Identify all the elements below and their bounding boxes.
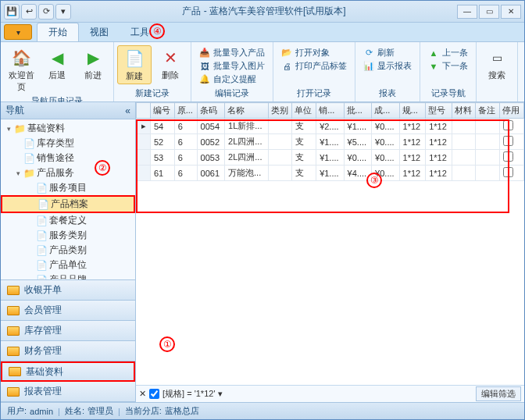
edit-filter-button[interactable]: 编辑筛选 — [476, 386, 521, 401]
folder-icon — [7, 387, 20, 397]
acc-member[interactable]: 会员管理 — [1, 301, 135, 321]
filter-text: [规格] = '1*12' — [162, 388, 215, 400]
filter-dropdown-icon[interactable]: ▾ — [218, 389, 223, 399]
column-header[interactable]: 批... — [344, 103, 371, 119]
alert-icon: 🔔 — [199, 74, 210, 85]
maximize-button[interactable]: ▭ — [479, 5, 499, 19]
tree-product-unit[interactable]: 📄产品单位 — [1, 258, 135, 272]
stop-checkbox[interactable] — [503, 136, 513, 146]
filter-bar: ✕ [规格] = '1*12' ▾ 编辑筛选 — [136, 385, 524, 402]
column-header[interactable]: 材料 — [452, 103, 476, 119]
folder-icon — [7, 326, 20, 336]
column-header[interactable]: 原... — [174, 103, 197, 119]
minimize-button[interactable]: — — [457, 5, 477, 19]
folder-icon — [7, 347, 20, 356]
back-icon: ◀ — [46, 47, 68, 69]
sidebar-accordion: 收银开单 会员管理 库存管理 财务管理 基础资料 报表管理 — [1, 279, 135, 402]
sidebar: 导航« ▾📁基础资料 📄库存类型 📄销售途径 ▾📁产品服务 ② 📄服务项目 📄产… — [1, 102, 136, 402]
column-header[interactable]: 单位 — [292, 103, 316, 119]
report-icon: 📊 — [363, 61, 374, 72]
acc-report[interactable]: 报表管理 — [1, 382, 135, 402]
print-product[interactable]: 🖨打印产品标签 — [281, 60, 347, 72]
qat-save-icon[interactable]: 💾 — [4, 4, 20, 20]
close-button[interactable]: ✕ — [501, 5, 521, 19]
delete-button[interactable]: ✕删除 — [153, 45, 188, 83]
filter-close-icon[interactable]: ✕ — [139, 389, 146, 399]
batch-import-image[interactable]: 🖼批量导入图片 — [199, 60, 265, 72]
column-header[interactable]: 名称 — [225, 103, 269, 119]
open-object[interactable]: 📂打开对象 — [281, 47, 347, 59]
filter-checkbox[interactable] — [149, 389, 159, 399]
acc-inventory[interactable]: 库存管理 — [1, 321, 135, 341]
qat-refresh-icon[interactable]: ⟳ — [38, 4, 54, 20]
acc-finance[interactable]: 财务管理 — [1, 341, 135, 361]
new-icon: 📄 — [123, 48, 145, 69]
tree-stock-type[interactable]: 📄库存类型 — [1, 136, 135, 151]
chevron-left-icon[interactable]: « — [125, 105, 130, 116]
ribbon-tabs: ▾ 开始 视图 工具 ④ — [1, 23, 524, 41]
acc-basic[interactable]: 基础资料 — [1, 361, 135, 382]
tab-start[interactable]: 开始 — [37, 23, 79, 41]
tree-set-def[interactable]: 📄套餐定义 — [1, 213, 135, 228]
column-header[interactable]: 规... — [399, 103, 426, 119]
home-button[interactable]: 🏠欢迎首页 — [4, 45, 38, 94]
titlebar: 💾 ↩ ⟳ ▾ 产品 - 蓝格汽车美容管理软件[试用版本] — ▭ ✕ — [1, 1, 524, 23]
column-header[interactable]: 编号 — [151, 103, 175, 119]
next-record[interactable]: ▼下一条 — [428, 60, 468, 72]
tab-view[interactable]: 视图 — [79, 23, 120, 41]
qat-dropdown-icon[interactable]: ▾ — [55, 4, 71, 20]
nav-tree: ▾📁基础资料 📄库存类型 📄销售途径 ▾📁产品服务 ② 📄服务项目 📄产品档案 … — [1, 119, 135, 279]
refresh-link[interactable]: ⟳刷新 — [363, 47, 412, 59]
table-row[interactable]: 53600532L四洲...支¥1....¥0....¥0....1*121*1… — [137, 150, 524, 166]
stop-checkbox[interactable] — [503, 167, 513, 177]
stop-checkbox[interactable] — [503, 151, 513, 162]
column-header[interactable]: 类别 — [268, 103, 292, 119]
column-header[interactable]: 型号 — [426, 103, 452, 119]
annotation-1: ① — [159, 336, 175, 352]
tree-sales-route[interactable]: 📄销售途径 — [1, 151, 135, 166]
search-icon: ▭ — [486, 47, 508, 69]
delete-icon: ✕ — [159, 47, 181, 69]
tree-service-category[interactable]: 📄服务类别 — [1, 228, 135, 243]
up-icon: ▲ — [428, 48, 439, 59]
home-icon: 🏠 — [10, 47, 32, 69]
new-button[interactable]: 📄新建 — [117, 45, 152, 84]
column-header[interactable]: 停用 — [500, 103, 524, 119]
batch-import-product[interactable]: 📥批量导入产品 — [199, 47, 265, 59]
table-row[interactable]: 6160061万能泡...支¥1....¥4....¥0....1*121*12 — [137, 166, 524, 181]
import-icon: 📥 — [199, 48, 210, 59]
tab-tools[interactable]: 工具 — [120, 23, 160, 41]
app-menu-button[interactable]: ▾ — [4, 24, 32, 40]
tree-product-brand[interactable]: 📄产品品牌 — [1, 272, 135, 279]
tree-root[interactable]: ▾📁基础资料 — [1, 121, 135, 136]
ribbon: 🏠欢迎首页 ◀后退 ▶前进 导航历史记录 📄新建 ✕删除 新建记录 📥批量导入产… — [1, 41, 524, 102]
qat-undo-icon[interactable]: ↩ — [21, 4, 37, 20]
search-button[interactable]: ▭搜索 — [480, 45, 514, 83]
data-grid[interactable]: 编号原...条码名称类别单位销...批...成...规...型号材料备注停用▸5… — [136, 102, 524, 385]
table-row[interactable]: ▸54600541L新排...支¥2....¥1....¥0....1*121*… — [137, 119, 524, 134]
down-icon: ▼ — [428, 61, 439, 72]
tree-product-file[interactable]: 📄产品档案 — [1, 195, 135, 213]
forward-icon: ▶ — [82, 47, 104, 69]
custom-alert[interactable]: 🔔自定义提醒 — [199, 73, 265, 85]
column-header[interactable]: 条码 — [197, 103, 225, 119]
column-header[interactable]: 销... — [316, 103, 344, 119]
tree-product-service[interactable]: ▾📁产品服务 — [1, 166, 135, 180]
tree-service-item[interactable]: 📄服务项目 — [1, 180, 135, 195]
table-row[interactable]: 52600522L四洲...支¥1....¥5....¥0....1*121*1… — [137, 134, 524, 150]
image-icon: 🖼 — [199, 61, 210, 72]
folder-icon — [7, 306, 20, 315]
forward-button[interactable]: ▶前进 — [76, 45, 110, 83]
window-title: 产品 - 蓝格汽车美容管理软件[试用版本] — [71, 5, 457, 18]
content-area: 编号原...条码名称类别单位销...批...成...规...型号材料备注停用▸5… — [136, 102, 524, 402]
prev-record[interactable]: ▲上一条 — [428, 47, 468, 59]
folder-icon — [7, 286, 20, 295]
tree-product-category[interactable]: 📄产品类别 — [1, 243, 135, 258]
column-header[interactable]: 备注 — [476, 103, 500, 119]
column-header[interactable]: 成... — [372, 103, 399, 119]
show-report[interactable]: 📊显示报表 — [363, 60, 412, 72]
print-icon: 🖨 — [281, 61, 292, 72]
back-button[interactable]: ◀后退 — [40, 45, 74, 83]
acc-receipt[interactable]: 收银开单 — [1, 280, 135, 301]
stop-checkbox[interactable] — [503, 120, 513, 130]
